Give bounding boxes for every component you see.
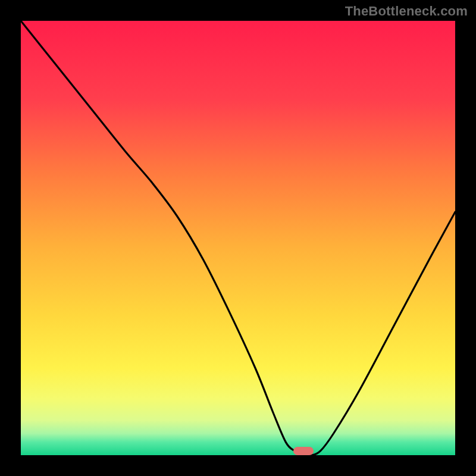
optimal-marker [293,447,314,455]
watermark-text: TheBottleneck.com [345,4,468,19]
plot-area [21,21,455,455]
chart-frame: TheBottleneck.com [0,0,476,476]
bottleneck-curve [21,21,455,455]
